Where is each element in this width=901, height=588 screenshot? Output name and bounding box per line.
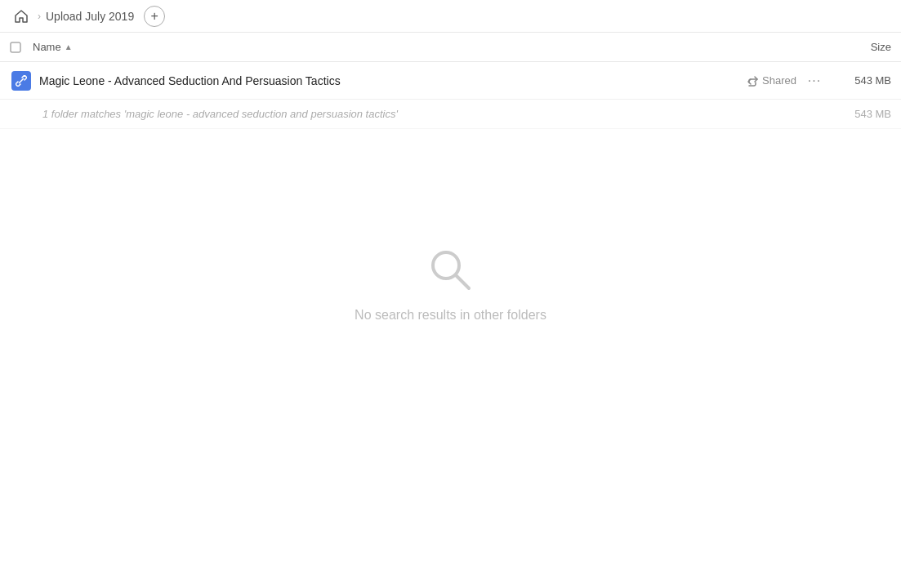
home-button[interactable] (10, 5, 33, 28)
breadcrumb-separator: › (38, 11, 41, 22)
submatch-row: 1 folder matches 'magic leone - advanced… (0, 100, 901, 129)
shared-badge: Shared (747, 74, 796, 87)
add-button[interactable]: + (144, 6, 165, 27)
size-label: Size (871, 41, 891, 53)
more-options-button[interactable]: ··· (803, 69, 826, 92)
breadcrumb-label[interactable]: Upload July 2019 (46, 10, 134, 23)
svg-line-1 (20, 78, 24, 82)
file-icon-wrapper (10, 71, 33, 91)
breadcrumb-bar: › Upload July 2019 + (0, 0, 901, 33)
svg-rect-0 (11, 42, 20, 52)
add-icon: + (151, 9, 158, 24)
sort-arrow-icon: ▲ (65, 42, 73, 51)
file-row[interactable]: Magic Leone - Advanced Seduction And Per… (0, 62, 901, 100)
name-column-header[interactable]: Name ▲ (33, 41, 826, 53)
more-icon: ··· (808, 74, 821, 88)
size-column-header[interactable]: Size (826, 41, 891, 53)
checkbox-icon (10, 42, 21, 53)
select-all-checkbox[interactable] (10, 42, 33, 53)
empty-search-icon (426, 246, 475, 295)
shared-label: Shared (762, 74, 796, 87)
file-size: 543 MB (826, 74, 891, 87)
svg-line-3 (456, 275, 469, 288)
home-icon (15, 10, 28, 23)
file-name-column: Magic Leone - Advanced Seduction And Per… (33, 74, 747, 87)
empty-state-message: No search results in other folders (355, 308, 546, 323)
file-icon (11, 71, 31, 91)
link-file-icon (16, 75, 27, 87)
shared-link-icon (747, 75, 759, 87)
submatch-text: 1 folder matches 'magic leone - advanced… (42, 108, 826, 120)
file-actions: Shared ··· (747, 69, 826, 92)
no-results-search-icon (426, 246, 475, 295)
name-label: Name (33, 41, 61, 53)
submatch-size: 543 MB (826, 108, 891, 120)
column-header-row: Name ▲ Size (0, 33, 901, 62)
file-title: Magic Leone - Advanced Seduction And Per… (39, 74, 341, 87)
empty-state: No search results in other folders (0, 129, 901, 439)
